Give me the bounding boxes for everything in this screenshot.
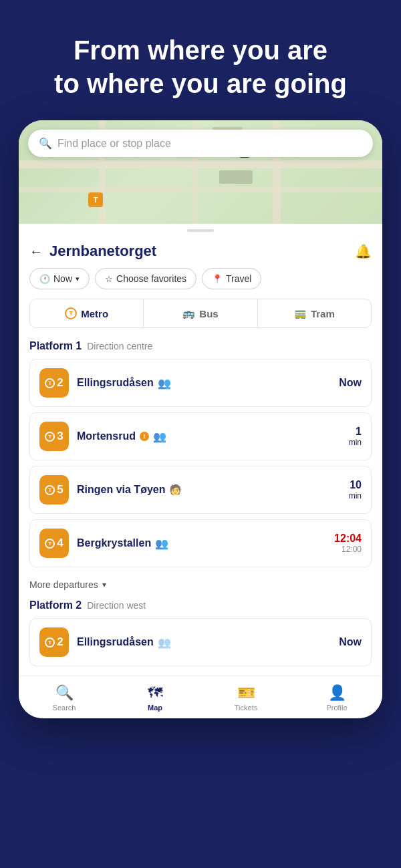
departure-p2-1-name: Ellingsrudåsen [77, 636, 154, 648]
time-pill[interactable]: 🕐 Now ▾ [29, 268, 90, 289]
more-departures-label: More departures [29, 579, 98, 590]
search-nav-label: Search [53, 704, 76, 712]
departure-4-info: Bergkrystallen 👥 [77, 537, 326, 550]
route-badge-4: T 4 [39, 529, 69, 558]
map-search-placeholder: Find place or stop place [57, 138, 171, 150]
departure-1-info: Ellingsrudåsen 👥 [77, 377, 331, 390]
departure-3-time: 10 min [349, 479, 362, 500]
favorites-pill-label: Choose favorites [116, 273, 186, 284]
warning-dot: ! [140, 432, 149, 441]
search-nav-icon: 🔍 [55, 684, 74, 702]
departure-2-time: 1 min [349, 426, 362, 447]
map-area[interactable]: T 🔍 Find place or stop place [19, 120, 382, 224]
hero-title: From where you areto where you are going [27, 33, 374, 100]
nav-profile[interactable]: 👤 Profile [291, 682, 382, 714]
nav-search[interactable]: 🔍 Search [19, 682, 110, 714]
phone-mockup: T 🔍 Find place or stop place ← Jernbanet… [19, 120, 382, 718]
map-search-bar[interactable]: 🔍 Find place or stop place [28, 130, 373, 157]
metro-icon: T [65, 307, 77, 319]
location-name: Jernbanetorget [49, 243, 348, 260]
map-search-icon: 🔍 [39, 137, 52, 150]
departure-card-4[interactable]: T 4 Bergkrystallen 👥 12:04 12:00 [29, 519, 372, 567]
route-badge-2: T 2 [39, 368, 69, 398]
tickets-nav-label: Tickets [235, 704, 257, 712]
departure-4-name: Bergkrystallen [77, 537, 151, 549]
favorites-pill[interactable]: ☆ Choose favorites [95, 268, 196, 289]
scroll-indicator [19, 224, 382, 235]
departure-3-name: Ringen via Tøyen [77, 484, 165, 496]
hero-section: From where you areto where you are going [0, 0, 401, 120]
route-badge-p2-2: T 2 [39, 627, 69, 657]
platform-1-direction: Direction centre [87, 341, 152, 351]
departure-card-3[interactable]: T 5 Ringen via Tøyen 🧑 10 min [29, 466, 372, 514]
departure-2-info: Mortensrud ! 👥 [77, 430, 341, 443]
location-header: ← Jernbanetorget 🔔 [29, 235, 372, 267]
departure-card-p2-1[interactable]: T 2 Ellingsrudåsen 👥 Now [29, 618, 372, 666]
travel-pill-label: Travel [226, 273, 251, 284]
crowd-icon-3a: 🧑 [169, 484, 182, 496]
platform-2-header: Platform 2 Direction west [29, 599, 372, 611]
back-button[interactable]: ← [29, 244, 43, 259]
map-nav-icon: 🗺 [148, 684, 162, 702]
platform-1-header: Platform 1 Direction centre [29, 340, 372, 352]
route-badge-5: T 5 [39, 475, 69, 504]
departure-1-time: Now [339, 377, 362, 389]
chevron-down-icon-more: ▾ [102, 580, 106, 589]
departure-p2-1-time: Now [339, 636, 362, 648]
departure-4-time: 12:04 12:00 [334, 533, 362, 554]
nav-map[interactable]: 🗺 Map [110, 682, 200, 714]
platform-2-title: Platform 2 [29, 599, 82, 611]
tickets-nav-icon: 🎫 [237, 684, 255, 702]
departure-p2-1-info: Ellingsrudåsen 👥 [77, 636, 331, 649]
tab-tram[interactable]: 🚃 Tram [258, 299, 371, 327]
nav-tickets[interactable]: 🎫 Tickets [200, 682, 291, 714]
clock-icon: 🕐 [39, 274, 50, 284]
bus-icon: 🚌 [182, 307, 195, 319]
star-icon: ☆ [105, 274, 113, 284]
map-nav-label: Map [148, 704, 162, 712]
tab-tram-label: Tram [311, 308, 335, 319]
crowd-icon-p2: 👥 [158, 636, 171, 649]
route-badge-3: T 3 [39, 422, 69, 451]
departure-1-name: Ellingsrudåsen [77, 377, 154, 389]
filter-pills: 🕐 Now ▾ ☆ Choose favorites 📍 Travel [29, 267, 372, 299]
tram-icon: 🚃 [294, 307, 307, 319]
bell-icon[interactable]: 🔔 [355, 243, 372, 259]
bottom-nav: 🔍 Search 🗺 Map 🎫 Tickets 👤 Profile [19, 676, 382, 718]
tab-metro-label: Metro [81, 308, 108, 319]
platform-1-title: Platform 1 [29, 340, 82, 352]
time-pill-label: Now [53, 273, 72, 284]
departure-3-info: Ringen via Tøyen 🧑 [77, 484, 341, 496]
crowd-icon-1a: 👥 [158, 377, 171, 390]
departure-card-1[interactable]: T 2 Ellingsrudåsen 👥 Now [29, 359, 372, 407]
platform-2-direction: Direction west [87, 600, 146, 611]
departure-card-2[interactable]: T 3 Mortensrud ! 👥 1 min [29, 412, 372, 460]
profile-nav-icon: 👤 [328, 684, 346, 702]
profile-nav-label: Profile [326, 704, 347, 712]
chevron-down-icon: ▾ [76, 275, 80, 283]
departure-2-name: Mortensrud [77, 430, 136, 442]
transport-tabs: T Metro 🚌 Bus 🚃 Tram [29, 299, 372, 328]
tab-bus-label: Bus [199, 308, 218, 319]
tab-bus[interactable]: 🚌 Bus [143, 299, 257, 327]
travel-pill[interactable]: 📍 Travel [202, 268, 261, 289]
crowd-icon-2a: 👥 [153, 430, 166, 443]
location-pin-icon: 📍 [212, 274, 223, 284]
crowd-icon-4a: 👥 [155, 537, 168, 550]
tab-metro[interactable]: T Metro [30, 299, 143, 327]
more-departures[interactable]: More departures ▾ [29, 573, 372, 599]
